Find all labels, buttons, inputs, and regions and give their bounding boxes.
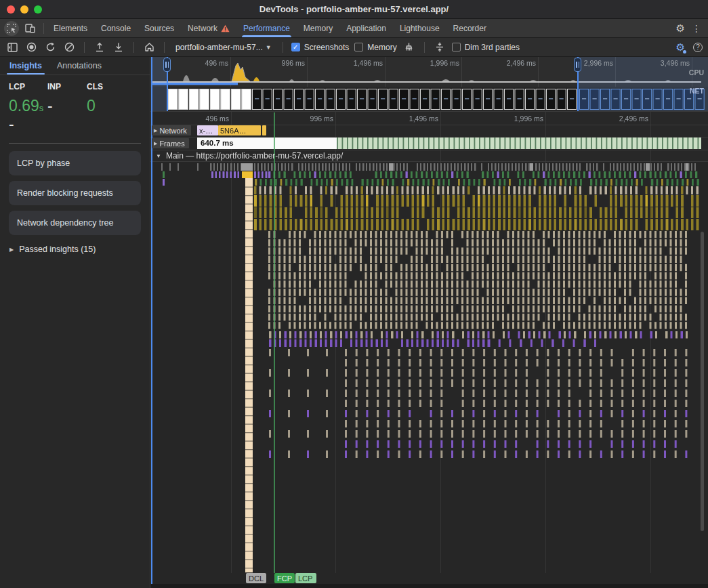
toggle-sidebar-button[interactable]: [5, 41, 19, 54]
settings-gear-icon[interactable]: ⚙: [676, 22, 685, 35]
clear-icon: [64, 42, 75, 52]
device-toolbar-icon: [25, 24, 35, 33]
network-track-label: Network: [159, 127, 186, 135]
tab-label: Application: [346, 24, 386, 33]
panel-left-icon: [7, 43, 18, 52]
page-select[interactable]: portfolio-amber-mu-57... ▼: [173, 41, 274, 54]
ruler-tick-label: 1,996 ms: [514, 114, 543, 123]
net-track-label: NET: [690, 87, 704, 95]
window-left-handle[interactable]: [163, 58, 171, 72]
tab-label: Console: [101, 24, 131, 33]
chevron-down-icon: ▼: [156, 153, 161, 159]
memory-checkbox-row[interactable]: Memory: [354, 43, 396, 52]
overview-tick-label: 996 ms: [282, 59, 305, 67]
capture-settings-gear-icon[interactable]: ⚙: [676, 41, 685, 54]
chevron-right-icon: ▶: [154, 128, 157, 133]
frame-duration-label: 640.7 ms: [201, 139, 234, 147]
tab-label: Recorder: [453, 24, 486, 33]
ruler-tick-label: 496 ms: [206, 114, 229, 123]
reload-record-button[interactable]: [43, 41, 57, 54]
ruler-tick-label: 996 ms: [310, 114, 333, 123]
upload-icon: [95, 42, 104, 52]
screenshots-checkbox-row[interactable]: ✓ Screenshots: [291, 43, 350, 52]
frames-track-toggle[interactable]: ▶Frames: [152, 138, 189, 148]
tab-memory[interactable]: Memory: [297, 19, 339, 37]
tab-lighthouse[interactable]: Lighthouse: [393, 19, 446, 37]
overview-tick-label: 1,996 ms: [430, 59, 459, 67]
metric-value: 0: [87, 97, 134, 115]
chevron-right-icon: ▶: [154, 141, 157, 146]
tab-label: Lighthouse: [400, 24, 440, 33]
window-right-handle[interactable]: [574, 58, 581, 72]
frames-track-label: Frames: [159, 140, 184, 148]
download-profile-button[interactable]: [112, 41, 125, 54]
tab-recorder[interactable]: Recorder: [446, 19, 493, 37]
tab-sources[interactable]: Sources: [138, 19, 181, 37]
tab-label: Elements: [54, 24, 87, 33]
window-title: DevTools - portfolio-amber-mu-57.vercel.…: [0, 4, 708, 14]
ruler-tick-label: 2,496 ms: [619, 114, 648, 123]
screenshots-label: Screenshots: [304, 43, 350, 52]
live-metrics-home-button[interactable]: [142, 41, 156, 54]
metric-name: CLS: [87, 82, 134, 91]
metric-inp: INP-: [47, 82, 87, 133]
sidebar-tab-insights[interactable]: Insights: [9, 61, 42, 75]
tab-label: Performance: [243, 24, 290, 33]
screenshots-checkbox[interactable]: ✓: [291, 43, 300, 51]
insight-card-1[interactable]: Render blocking requests: [9, 181, 141, 205]
overview-tick-label: 3,496 ms: [661, 59, 690, 67]
metric-cls: CLS0: [87, 82, 134, 133]
performance-toolbar: portfolio-amber-mu-57... ▼ ✓ Screenshots…: [0, 38, 708, 57]
help-icon[interactable]: ?: [693, 43, 703, 52]
tab-label: Network: [188, 24, 217, 33]
device-toolbar-button[interactable]: [23, 22, 37, 35]
memory-checkbox[interactable]: [354, 43, 363, 51]
tab-console[interactable]: Console: [94, 19, 138, 37]
network-track-toggle[interactable]: ▶Network: [152, 125, 191, 135]
tab-label: Memory: [304, 24, 333, 33]
tab-elements[interactable]: Elements: [47, 19, 94, 37]
collapse-icon: [435, 42, 444, 52]
window-titlebar: DevTools - portfolio-amber-mu-57.vercel.…: [0, 0, 708, 19]
collect-garbage-button[interactable]: [402, 41, 416, 54]
home-icon: [144, 42, 154, 52]
tab-application[interactable]: Application: [339, 19, 393, 37]
more-options-icon[interactable]: ⋮: [692, 23, 701, 34]
main-track-label: Main — https://portfolio-amber-mu-57.ver…: [166, 151, 343, 161]
download-icon: [114, 42, 123, 52]
marker-badge-dcl: DCL: [246, 573, 266, 583]
dim-3rd-parties-checkbox-row[interactable]: Dim 3rd parties: [452, 43, 520, 52]
dim-3rd-parties-checkbox[interactable]: [452, 43, 461, 51]
performance-flame-chart-canvas[interactable]: [150, 57, 708, 588]
marker-badge-fcp: FCP: [274, 573, 295, 583]
collapse-tracks-button[interactable]: [433, 41, 446, 54]
chevron-right-icon: ▶: [9, 247, 14, 253]
insights-sidebar: InsightsAnnotations LCP0.69s -INP-CLS0 L…: [0, 57, 150, 588]
metric-lcp: LCP0.69s -: [9, 82, 47, 133]
page-select-value: portfolio-amber-mu-57...: [175, 43, 263, 52]
insight-card-2[interactable]: Network dependency tree: [9, 211, 141, 235]
metric-name: INP: [47, 82, 87, 91]
clear-button[interactable]: [62, 41, 76, 54]
passed-insights-toggle[interactable]: ▶ Passed insights (15): [9, 245, 150, 254]
metric-value: 0.69s -: [9, 97, 47, 133]
network-request-chip[interactable]: 5N6A…: [218, 125, 261, 135]
chevron-down-icon: ▼: [266, 44, 272, 51]
insight-card-0[interactable]: LCP by phase: [9, 151, 141, 175]
overview-tick-label: 2,996 ms: [584, 59, 613, 67]
record-icon: [26, 42, 37, 52]
main-track-header[interactable]: ▼Main — https://portfolio-amber-mu-57.ve…: [156, 151, 343, 161]
devtools-tabbar: ElementsConsoleSourcesNetworkPerformance…: [0, 19, 708, 38]
network-request-chip[interactable]: [262, 125, 266, 135]
sidebar-tab-annotations[interactable]: Annotations: [57, 61, 102, 75]
metric-name: LCP: [9, 82, 47, 91]
tab-network[interactable]: Network: [181, 19, 236, 37]
overview-tick-label: 1,496 ms: [354, 59, 383, 67]
tab-label: Sources: [144, 24, 174, 33]
inspect-element-button[interactable]: [4, 21, 19, 36]
upload-profile-button[interactable]: [93, 41, 106, 54]
network-request-chip[interactable]: x-…: [197, 125, 218, 135]
reload-icon: [45, 42, 56, 52]
tab-performance[interactable]: Performance: [236, 19, 297, 37]
record-button[interactable]: [24, 41, 38, 54]
